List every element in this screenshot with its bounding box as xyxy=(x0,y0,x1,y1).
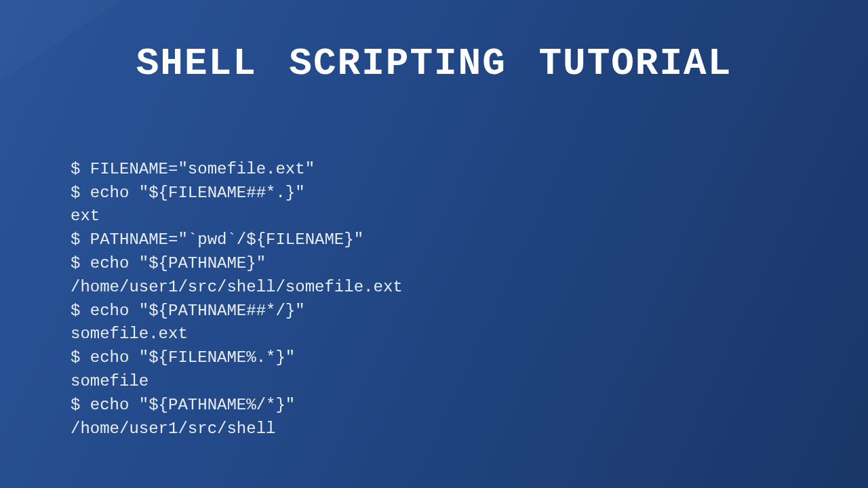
code-line: $ echo "${PATHNAME}" xyxy=(71,254,266,272)
code-line: $ echo "${PATHNAME##*/}" xyxy=(71,302,305,320)
code-line: $ echo "${FILENAME%.*}" xyxy=(71,348,295,367)
code-line: $ echo "${PATHNAME%/*}" xyxy=(71,396,295,414)
code-line: somefile xyxy=(71,372,149,390)
code-block: $ FILENAME="somefile.ext" $ echo "${FILE… xyxy=(71,134,868,441)
code-line: $ FILENAME="somefile.ext" xyxy=(71,160,315,178)
code-line: /home/user1/src/shell/somefile.ext xyxy=(71,278,403,296)
code-line: $ PATHNAME="`pwd`/${FILENAME}" xyxy=(71,230,363,249)
code-line: /home/user1/src/shell xyxy=(71,420,275,438)
code-line: ext xyxy=(71,207,100,225)
code-line: $ echo "${FILENAME##*.}" xyxy=(71,184,305,202)
code-line: somefile.ext xyxy=(71,325,188,343)
slide-title: SHELL SCRIPTING TUTORIAL xyxy=(0,0,868,85)
